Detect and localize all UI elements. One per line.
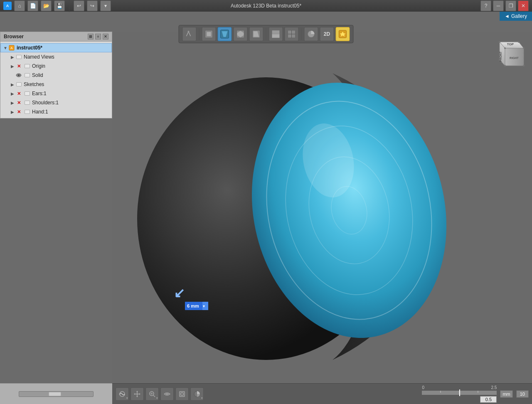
svg-marker-40 xyxy=(136,396,138,397)
undo-btn[interactable]: ↩ xyxy=(74,0,84,11)
help-btn[interactable]: ? xyxy=(480,0,491,11)
tree-arrow-sketches[interactable]: ▶ xyxy=(10,81,15,87)
tree-arrow-hand[interactable]: ▶ xyxy=(10,109,15,115)
hand-label: Hand:1 xyxy=(32,109,48,115)
minimize-btn[interactable]: ─ xyxy=(493,0,504,11)
browser-title: Browser xyxy=(4,34,24,39)
view-2d-btn[interactable]: 2D xyxy=(320,27,334,41)
browser-icon-2[interactable]: ≡ xyxy=(95,34,101,39)
new-file-btn[interactable]: 📄 xyxy=(27,0,38,11)
tree-origin[interactable]: ▶ ✕ Origin xyxy=(8,62,112,71)
tree-hand[interactable]: ▶ ✕ Hand:1 xyxy=(8,107,112,116)
svg-point-31 xyxy=(518,41,520,43)
shoulders-folder-icon xyxy=(24,99,30,106)
browser-tree: ▼ A instruct05* ▶ Named Views ▶ ✕ xyxy=(0,42,112,118)
svg-marker-39 xyxy=(136,391,138,392)
svg-point-38 xyxy=(119,393,121,394)
display-mode-bottom-btn[interactable] xyxy=(190,387,204,401)
ruler-input-field[interactable] xyxy=(480,396,497,403)
svg-point-32 xyxy=(523,47,525,49)
look-btn[interactable] xyxy=(160,387,174,401)
frame-btn[interactable] xyxy=(175,387,189,401)
hand-x-icon: ✕ xyxy=(15,108,22,115)
restore-btn[interactable]: ❐ xyxy=(505,0,516,11)
toolbar-divider-3 xyxy=(301,28,302,40)
viewcube[interactable]: TOP FRONT RIGHT xyxy=(490,36,528,73)
scale-value: 10 xyxy=(516,390,529,398)
dimension-dropdown-arrow: ▾ xyxy=(203,304,205,308)
svg-rect-2 xyxy=(207,32,211,36)
tree-arrow-origin[interactable]: ▶ xyxy=(10,63,15,69)
title-bar: A ⌂ 📄 📂 💾 ↩ ↪ ▾ Autodesk 123D Beta instr… xyxy=(0,0,532,12)
frame-view-btn[interactable] xyxy=(269,27,283,41)
tree-arrow-root[interactable]: ▼ xyxy=(2,45,8,51)
root-icon: A xyxy=(8,44,15,51)
unit-label: mm xyxy=(500,390,512,398)
svg-text:↙: ↙ xyxy=(174,286,185,301)
tree-shoulders[interactable]: ▶ ✕ Shoulders:1 xyxy=(8,98,112,107)
svg-point-30 xyxy=(499,41,500,43)
origin-folder-icon xyxy=(24,63,30,69)
shoulders-x-icon: ✕ xyxy=(15,99,22,106)
tree-ears[interactable]: ▶ ✕ Ears:1 xyxy=(8,89,112,98)
pan-btn[interactable] xyxy=(131,387,144,401)
toolbar-divider-2 xyxy=(266,28,266,40)
scrollbar-thumb[interactable] xyxy=(49,392,61,396)
bottom-tools xyxy=(116,387,204,401)
more-btn[interactable]: ▾ xyxy=(100,0,111,11)
viewport[interactable]: ↙ 6 mm ▾ xyxy=(112,32,532,383)
view-iso-btn[interactable] xyxy=(234,27,248,41)
tree-named-views[interactable]: ▶ Named Views xyxy=(8,52,112,62)
svg-point-33 xyxy=(504,47,506,49)
svg-text:A: A xyxy=(10,46,13,50)
tree-arrow-solid xyxy=(10,72,15,78)
horizontal-scrollbar[interactable] xyxy=(19,391,94,397)
solid-label: Solid xyxy=(32,72,43,78)
browser-bottom xyxy=(0,383,112,404)
zoom-btn[interactable] xyxy=(145,387,159,401)
view-perspective-btn[interactable] xyxy=(218,27,232,41)
tree-solid[interactable]: Solid xyxy=(8,71,112,80)
tree-root-node[interactable]: ▼ A instruct05* xyxy=(0,43,112,52)
display-mode-btn[interactable] xyxy=(304,27,318,41)
snap-btn[interactable] xyxy=(336,27,350,41)
browser-close-btn[interactable]: ✕ xyxy=(103,34,108,39)
sketch-tool-btn[interactable] xyxy=(182,27,197,41)
ruler-bar[interactable] xyxy=(422,391,497,395)
quick-access-btn[interactable]: ⌂ xyxy=(14,0,25,11)
open-file-btn[interactable]: 📂 xyxy=(41,0,52,11)
svg-marker-42 xyxy=(139,393,140,395)
dimension-arrow-group: ↙ xyxy=(174,286,185,301)
svg-rect-10 xyxy=(272,30,280,34)
svg-text:RIGHT: RIGHT xyxy=(510,57,519,59)
save-file-btn[interactable]: 💾 xyxy=(54,0,65,11)
main-toolbar: 2D xyxy=(179,25,354,43)
browser-header: Browser ⊞ ≡ ✕ xyxy=(0,32,112,42)
named-views-label: Named Views xyxy=(24,54,54,60)
tree-sketches[interactable]: ▶ Sketches xyxy=(8,80,112,89)
svg-rect-11 xyxy=(272,34,280,38)
svg-rect-49 xyxy=(180,392,185,397)
tree-arrow-ears[interactable]: ▶ xyxy=(10,91,15,96)
tree-arrow-shoulders[interactable]: ▶ xyxy=(10,100,15,106)
view-back-btn[interactable] xyxy=(249,27,264,41)
dimension-box-group[interactable]: 6 mm ▾ xyxy=(185,302,208,310)
redo-btn[interactable]: ↪ xyxy=(87,0,98,11)
named-views-folder-icon xyxy=(15,54,22,60)
browser-icon-1[interactable]: ⊞ xyxy=(88,34,94,39)
close-btn[interactable]: ✕ xyxy=(518,0,529,11)
origin-label: Origin xyxy=(32,63,45,69)
browser-panel: Browser ⊞ ≡ ✕ ▼ A instruct05* ▶ Named Vi… xyxy=(0,32,112,118)
tree-arrow-named-views[interactable]: ▶ xyxy=(10,54,15,60)
view-home-btn[interactable] xyxy=(202,27,216,41)
hand-folder-icon xyxy=(24,108,30,115)
svg-marker-41 xyxy=(134,393,135,395)
ruler-input-row xyxy=(480,396,497,403)
gallery-button[interactable]: ◄ Gallery xyxy=(500,12,532,21)
root-label: instruct05* xyxy=(17,45,42,51)
gallery-arrow-icon: ◄ xyxy=(505,13,510,19)
orbit-btn[interactable] xyxy=(116,387,129,401)
svg-point-0 xyxy=(188,31,190,32)
title-bar-left: A ⌂ 📄 📂 💾 ↩ ↪ ▾ xyxy=(3,0,111,12)
quad-view-btn[interactable] xyxy=(285,27,299,41)
